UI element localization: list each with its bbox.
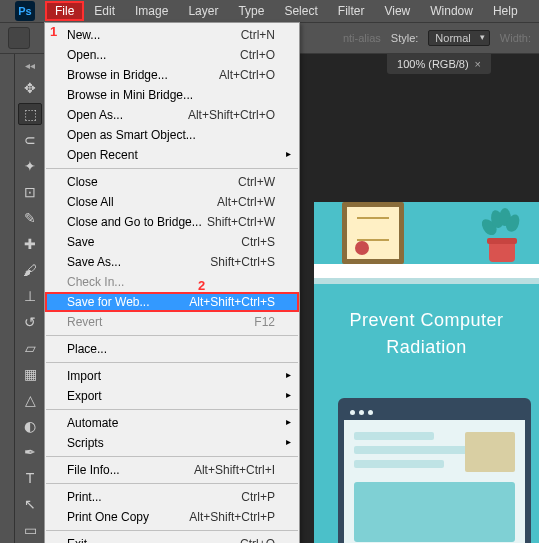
menu-item-label: New...: [67, 28, 100, 42]
menu-item-shortcut: Alt+Shift+Ctrl+S: [189, 295, 275, 309]
canvas-headline: Prevent Computer Radiation: [314, 310, 539, 358]
style-select[interactable]: Normal: [428, 30, 489, 46]
menu-help[interactable]: Help: [483, 1, 528, 21]
menu-window[interactable]: Window: [420, 1, 483, 21]
menu-item-shortcut: Ctrl+O: [240, 48, 275, 62]
menu-item-label: Open As...: [67, 108, 123, 122]
menu-item-label: Exit: [67, 537, 87, 543]
close-icon[interactable]: ×: [475, 58, 481, 70]
rect-tool[interactable]: ▭: [18, 519, 42, 541]
tool-preset-picker[interactable]: [8, 27, 30, 49]
menu-item-close[interactable]: CloseCtrl+W: [45, 172, 299, 192]
stamp-tool[interactable]: ⊥: [18, 285, 42, 307]
heal-tool[interactable]: ✚: [18, 233, 42, 255]
menu-type[interactable]: Type: [228, 1, 274, 21]
file-menu-dropdown: New...Ctrl+NOpen...Ctrl+OBrowse in Bridg…: [44, 22, 300, 543]
menu-item-label: Browse in Mini Bridge...: [67, 88, 193, 102]
history-tool[interactable]: ↺: [18, 311, 42, 333]
menu-item-shortcut: Alt+Shift+Ctrl+P: [189, 510, 275, 524]
crop-tool[interactable]: ⊡: [18, 181, 42, 203]
dodge-tool[interactable]: ◐: [18, 415, 42, 437]
blur-tool[interactable]: △: [18, 389, 42, 411]
menu-item-automate[interactable]: Automate: [45, 413, 299, 433]
eyedropper-tool[interactable]: ✎: [18, 207, 42, 229]
menu-item-check-in: Check In...: [45, 272, 299, 292]
menu-item-open-as[interactable]: Open As...Alt+Shift+Ctrl+O: [45, 105, 299, 125]
menu-item-scripts[interactable]: Scripts: [45, 433, 299, 453]
document-canvas[interactable]: Prevent Computer Radiation: [314, 202, 539, 543]
menu-item-exit[interactable]: ExitCtrl+Q: [45, 534, 299, 543]
menu-item-label: Import: [67, 369, 101, 383]
collapse-icon[interactable]: ◂◂: [15, 60, 45, 71]
certificate-graphic: [342, 202, 404, 264]
menu-edit[interactable]: Edit: [84, 1, 125, 21]
menu-item-label: Scripts: [67, 436, 104, 450]
wand-tool[interactable]: ✦: [18, 155, 42, 177]
path-tool[interactable]: ↖: [18, 493, 42, 515]
menu-item-label: Save for Web...: [67, 295, 149, 309]
shelf-graphic: [314, 264, 539, 278]
menu-item-shortcut: Ctrl+N: [241, 28, 275, 42]
menu-separator: [46, 409, 298, 410]
annotation-2: 2: [198, 278, 205, 293]
menu-separator: [46, 362, 298, 363]
menu-item-print[interactable]: Print...Ctrl+P: [45, 487, 299, 507]
marquee-tool[interactable]: ⬚: [18, 103, 42, 125]
menu-image[interactable]: Image: [125, 1, 178, 21]
move-tool[interactable]: ✥: [18, 77, 42, 99]
plant-graphic: [483, 212, 521, 262]
menu-item-save-for-web[interactable]: Save for Web...Alt+Shift+Ctrl+S: [45, 292, 299, 312]
menu-item-label: Automate: [67, 416, 118, 430]
menu-item-export[interactable]: Export: [45, 386, 299, 406]
menu-item-file-info[interactable]: File Info...Alt+Shift+Ctrl+I: [45, 460, 299, 480]
menu-item-label: Save: [67, 235, 94, 249]
menu-bar: Ps FileEditImageLayerTypeSelectFilterVie…: [0, 0, 539, 22]
brush-tool[interactable]: 🖌: [18, 259, 42, 281]
menu-item-shortcut: Shift+Ctrl+S: [210, 255, 275, 269]
style-label: Style:: [391, 32, 419, 44]
pen-tool[interactable]: ✒: [18, 441, 42, 463]
menu-item-revert: RevertF12: [45, 312, 299, 332]
menu-filter[interactable]: Filter: [328, 1, 375, 21]
menu-item-shortcut: Alt+Ctrl+O: [219, 68, 275, 82]
menu-layer[interactable]: Layer: [178, 1, 228, 21]
menu-item-shortcut: Ctrl+S: [241, 235, 275, 249]
menu-item-browse-in-mini-bridge[interactable]: Browse in Mini Bridge...: [45, 85, 299, 105]
menu-separator: [46, 335, 298, 336]
menu-item-close-all[interactable]: Close AllAlt+Ctrl+W: [45, 192, 299, 212]
menu-item-shortcut: Alt+Shift+Ctrl+O: [188, 108, 275, 122]
menu-item-save[interactable]: SaveCtrl+S: [45, 232, 299, 252]
menu-item-new[interactable]: New...Ctrl+N: [45, 25, 299, 45]
eraser-tool[interactable]: ▱: [18, 337, 42, 359]
menu-item-open[interactable]: Open...Ctrl+O: [45, 45, 299, 65]
lasso-tool[interactable]: ⊂: [18, 129, 42, 151]
menu-item-label: Revert: [67, 315, 102, 329]
menu-item-label: Open as Smart Object...: [67, 128, 196, 142]
document-tab[interactable]: 100% (RGB/8) ×: [387, 54, 491, 74]
menu-item-place[interactable]: Place...: [45, 339, 299, 359]
menu-select[interactable]: Select: [274, 1, 327, 21]
menu-file[interactable]: File: [45, 1, 84, 21]
menu-item-browse-in-bridge[interactable]: Browse in Bridge...Alt+Ctrl+O: [45, 65, 299, 85]
menu-item-label: Close and Go to Bridge...: [67, 215, 202, 229]
menu-separator: [46, 168, 298, 169]
menu-item-print-one-copy[interactable]: Print One CopyAlt+Shift+Ctrl+P: [45, 507, 299, 527]
menu-item-label: Close: [67, 175, 98, 189]
app-icon: Ps: [15, 1, 35, 21]
menu-item-import[interactable]: Import: [45, 366, 299, 386]
menu-item-close-and-go-to-bridge[interactable]: Close and Go to Bridge...Shift+Ctrl+W: [45, 212, 299, 232]
gradient-tool[interactable]: ▦: [18, 363, 42, 385]
menu-item-shortcut: Ctrl+Q: [240, 537, 275, 543]
document-tab-label: 100% (RGB/8): [397, 58, 469, 70]
menu-separator: [46, 530, 298, 531]
menu-item-label: Save As...: [67, 255, 121, 269]
menu-item-open-recent[interactable]: Open Recent: [45, 145, 299, 165]
menu-item-shortcut: F12: [254, 315, 275, 329]
menu-item-open-as-smart-object[interactable]: Open as Smart Object...: [45, 125, 299, 145]
menu-item-shortcut: Ctrl+W: [238, 175, 275, 189]
menu-item-shortcut: Shift+Ctrl+W: [207, 215, 275, 229]
width-label: Width:: [500, 32, 531, 44]
menu-item-save-as[interactable]: Save As...Shift+Ctrl+S: [45, 252, 299, 272]
type-tool[interactable]: T: [18, 467, 42, 489]
menu-view[interactable]: View: [374, 1, 420, 21]
